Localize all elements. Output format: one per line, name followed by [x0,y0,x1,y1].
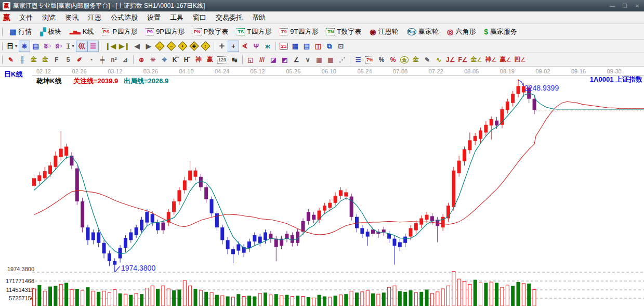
stats-panel-button[interactable]: ☰ [352,54,364,66]
ying-tool-button[interactable]: 赢 [204,54,216,66]
angle-tool-button[interactable]: ∢ [239,41,251,52]
prev-bar-button[interactable]: ◀ [132,41,143,52]
menu-item-9[interactable]: 帮助 [247,11,270,23]
next-bar-button[interactable]: ▶ [143,41,154,52]
p-square-button[interactable]: PSP四方形 [98,26,141,38]
fan-tool-button[interactable]: Ψ [251,41,262,52]
shen-angle-button[interactable]: 神∠ [484,54,498,66]
candle-type-dropdown-arrow[interactable]: ▾ [72,44,74,48]
save-button[interactable]: ◫ [312,41,324,52]
rect-box-button[interactable]: ◱ [245,54,256,66]
grid-net-2-button[interactable]: ▩ [325,54,336,66]
percent-button[interactable]: % [376,54,387,66]
ruler-grid-button[interactable]: ╪ [97,54,108,66]
menu-item-5[interactable]: 设置 [142,11,165,23]
diag-box-button[interactable]: ◩ [279,54,291,66]
qiankun-toggle-button[interactable]: 巛 [76,41,87,52]
kline-button[interactable]: ▂▅▃K线 [65,26,98,38]
f-angle-button[interactable]: F∠ [456,54,469,66]
cycle-tool-button[interactable]: ж [262,41,273,52]
calculator-button[interactable]: ▦ [290,41,301,52]
period-day-dropdown-arrow[interactable]: ▾ [15,44,17,48]
f-grid-button[interactable]: F [51,54,62,66]
volume-chart-button[interactable]: ☰ [87,41,99,52]
close-button[interactable]: ✕ [633,3,641,9]
candle-type-button[interactable]: ⌶▾ [64,41,76,52]
zoom-cross-button[interactable]: ✚ [189,41,200,52]
printer-button[interactable]: ⊡ [335,41,347,52]
k-prime-button[interactable]: K˝ [170,54,181,66]
seven-pct-button[interactable]: 7% [364,54,376,66]
gold-grid-2-button[interactable]: 金 [40,54,51,66]
grid-net-1-button[interactable]: ▦ [313,54,325,66]
gann-grid-button[interactable]: ╫ [17,54,28,66]
gold-bands-button[interactable]: 金 [410,54,422,66]
last-bar-button[interactable]: ▶❙ [117,41,132,52]
gold-angle-button[interactable]: 金∠ [469,54,484,66]
t-number-table-button[interactable]: TNT数字表 [322,26,365,38]
9t-square-button[interactable]: T99T四方形 [275,26,322,38]
trend-angles-button[interactable]: ∠ [291,54,302,66]
period-day-button[interactable]: 日▾ [5,41,19,52]
notepad-button[interactable]: ▤ [301,41,312,52]
ying-angle-button[interactable]: 赢∠ [498,54,513,66]
menu-item-3[interactable]: 江恩 [83,11,106,23]
calendar-button[interactable]: 21 [278,41,290,52]
wave-3-button[interactable]: ʬ3 [42,41,53,52]
mark-brush-button[interactable]: ✐ [74,54,85,66]
menu-item-1[interactable]: 浏览 [37,11,60,23]
network-button[interactable]: ⧉ [324,41,335,52]
menu-item-0[interactable]: 文件 [15,11,37,23]
zoom-v-button[interactable]: ↕ [200,41,212,52]
gann-wheel-button[interactable]: ◉江恩轮 [365,26,402,38]
gold-circle-button[interactable]: 金 [399,54,410,66]
quotes-button[interactable]: ▦行情 [5,26,36,38]
minimize-button[interactable]: — [608,3,616,9]
zoom-expand-button[interactable]: + [177,41,189,52]
structure-tool-button[interactable]: ※ [19,41,30,52]
wave-9-button[interactable]: ʬ9 [53,41,64,52]
crosshair-button[interactable]: + [228,41,239,52]
n-square-button[interactable]: n² [108,54,120,66]
first-bar-button[interactable]: ❙◀ [103,41,117,52]
p-number-table-button[interactable]: PNP数字表 [189,26,232,38]
ink-pen-button[interactable]: ✎ [422,54,433,66]
web-1-button[interactable]: ✳ [147,54,159,66]
shen-tool-button[interactable]: 神 [193,54,204,66]
web-2-button[interactable]: ✳ [159,54,170,66]
t-square-button[interactable]: TST四方形 [232,26,275,38]
menu-item-8[interactable]: 交易委托 [211,11,247,23]
span-measure-button[interactable]: ↹ [229,54,240,66]
zoom-h-button[interactable]: ↔ [154,41,166,52]
menu-item-2[interactable]: 资讯 [60,11,83,23]
wave-gold-button[interactable]: ∿ [433,54,444,66]
fan-lines-red-button[interactable]: /// [256,54,268,66]
gold-grid-1-button[interactable]: 金 [28,54,40,66]
parallel-rays-button[interactable]: ⋰ [336,54,348,66]
count-ruler-button[interactable]: 123 [216,54,229,66]
menu-item-4[interactable]: 公式选股 [106,11,142,23]
percent-red-button[interactable]: % [387,54,399,66]
si-angle-button[interactable]: 四∠ [513,54,528,66]
winner-wheel-button[interactable]: Big赢家轮 [403,26,443,38]
angle-ruler-button[interactable]: ⊿ [120,54,131,66]
kline-chart-canvas[interactable]: 02-1202-2603-1203-2604-1004-2405-1205-26… [0,67,644,306]
fan-box-purple-button[interactable]: ◪ [268,54,279,66]
notes-panel-button[interactable]: ▤ [30,41,42,52]
menu-item-6[interactable]: 工具 [165,11,188,23]
9p-square-button[interactable]: P99P四方形 [141,26,189,38]
winner-service-button[interactable]: $赢家服务 [480,26,521,38]
target-circle-button[interactable]: ⊕ [136,54,147,66]
brush-button[interactable]: ✎ [5,54,17,66]
sectors-button[interactable]: ▞板块 [36,26,65,38]
hexagon-button[interactable]: ◎六角形 [443,26,480,38]
v-wave-button[interactable]: ∨ [302,54,313,66]
menu-item-7[interactable]: 窗口 [188,11,211,23]
zoom-both-button[interactable]: ⇔ [166,41,177,52]
pan-hand-button[interactable]: ✛ [216,41,228,52]
h-prime-button[interactable]: H˝ [181,54,193,66]
j-angle-button[interactable]: J∠ [444,54,456,66]
five-grid-button[interactable]: 5 [62,54,74,66]
maximize-button[interactable]: ❐ [621,3,629,9]
compass-button[interactable]: ◔ [85,54,97,66]
